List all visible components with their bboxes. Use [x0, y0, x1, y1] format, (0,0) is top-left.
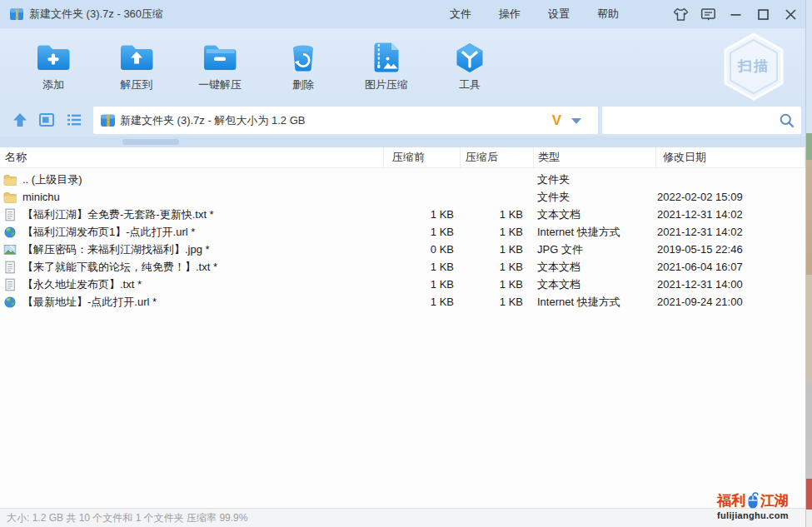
file-type: JPG 文件: [533, 241, 655, 258]
size-before: 1 KB: [383, 258, 460, 276]
size-before: 1 KB: [383, 276, 460, 293]
size-after: 1 KB: [460, 223, 533, 241]
column-header-type[interactable]: 类型: [533, 147, 655, 167]
toolbar-tools-button[interactable]: 工具: [428, 28, 511, 103]
format-badge[interactable]: V: [552, 107, 561, 134]
search-input[interactable]: [609, 107, 775, 136]
maximize-button[interactable]: [755, 6, 771, 22]
toolbar: 添加 解压到: [0, 28, 805, 103]
app-window: 新建文件夹 (3).7z - 360压缩 文件 操作 设置 帮助: [0, 0, 806, 527]
feedback-icon[interactable]: [700, 6, 716, 22]
status-bar: 大小: 1.2 GB 共 10 个文件和 1 个文件夹 压缩率 99.9%: [0, 508, 805, 527]
archive-icon: [100, 112, 116, 128]
file-row[interactable]: .. (上级目录) 文件夹: [0, 171, 805, 188]
toolbar-extract-to-button[interactable]: 解压到: [95, 28, 178, 103]
size-before: 1 KB: [383, 223, 460, 241]
size-after: 1 KB: [460, 258, 533, 276]
file-type: Internet 快捷方式: [533, 223, 655, 241]
scan-badge[interactable]: 扫描: [722, 32, 785, 102]
scan-label: 扫描: [722, 57, 785, 76]
search-box: [602, 107, 801, 134]
text-icon: [3, 278, 17, 291]
path-row: 新建文件夹 (3).7z - 解包大小为 1.2 GB V: [0, 103, 805, 137]
add-folder-icon: [34, 39, 72, 76]
background-sliver: [806, 0, 812, 527]
file-type: 文件夹: [533, 188, 655, 206]
site-watermark: 福利 江湖 fulijianghu.com: [707, 491, 799, 520]
file-list-area: 名称 压缩前 压缩后 类型 修改日期 .. (上级目录) 文件夹 minichu…: [0, 147, 805, 508]
file-row[interactable]: 【福利江湖发布页1】-点此打开.url * 1 KB 1 KB Internet…: [0, 223, 805, 241]
list-view-icon[interactable]: [66, 112, 82, 128]
toolbar-delete-button[interactable]: 删除: [262, 28, 345, 103]
file-name: 【来了就能下载的论坛，纯免费！】.txt *: [22, 258, 217, 276]
text-icon: [3, 261, 17, 274]
folder-icon: [3, 173, 17, 186]
image-compress-icon: [367, 39, 406, 76]
search-icon[interactable]: [779, 112, 795, 128]
column-header-date[interactable]: 修改日期: [655, 147, 805, 167]
folder-icon: [3, 191, 17, 204]
menu-operations[interactable]: 操作: [499, 7, 521, 22]
column-header-size-after[interactable]: 压缩后: [460, 147, 533, 167]
theme-skin-icon[interactable]: [672, 6, 689, 22]
file-type: 文本文档: [533, 258, 655, 276]
column-header-size-before[interactable]: 压缩前: [383, 147, 460, 167]
text-icon: [3, 208, 17, 221]
up-level-icon[interactable]: [12, 112, 28, 128]
watermark-text-right: 江湖: [760, 491, 789, 510]
list-header: 名称 压缩前 压缩后 类型 修改日期: [0, 147, 805, 168]
file-row[interactable]: 【永久地址发布页】.txt * 1 KB 1 KB 文本文档 2021-12-3…: [0, 276, 805, 293]
close-button[interactable]: [782, 6, 799, 22]
size-after: [460, 171, 533, 188]
menu-help[interactable]: 帮助: [597, 7, 619, 22]
file-date: 2021-09-24 21:00: [655, 293, 805, 311]
file-name: 【永久地址发布页】.txt *: [22, 276, 142, 293]
menu-file[interactable]: 文件: [450, 7, 471, 22]
image-icon: [3, 243, 17, 256]
size-before: 1 KB: [383, 293, 460, 311]
archive-path-text: 新建文件夹 (3).7z - 解包大小为 1.2 GB: [120, 107, 305, 134]
file-row[interactable]: 【解压密码：来福利江湖找福利】.jpg * 0 KB 1 KB JPG 文件 2…: [0, 241, 805, 258]
file-date: [655, 171, 805, 188]
tools-cube-icon: [451, 39, 489, 76]
size-after: 1 KB: [460, 293, 533, 311]
extract-folder-icon: [117, 39, 156, 76]
file-date: 2019-05-15 22:46: [655, 241, 805, 258]
file-name: 【福利江湖】全免费-无套路-更新快.txt *: [22, 206, 214, 223]
watermark-domain: fulijianghu.com: [707, 510, 799, 520]
scrollbar-thumb[interactable]: [122, 139, 179, 145]
size-after: [460, 188, 533, 206]
mouse-icon: [746, 492, 760, 510]
size-after: 1 KB: [460, 276, 533, 293]
file-date: 2021-12-31 14:02: [655, 206, 805, 223]
file-type: 文本文档: [533, 276, 655, 293]
trash-icon: [284, 39, 322, 76]
menu-settings[interactable]: 设置: [548, 7, 570, 22]
thumbnail-view-icon[interactable]: [38, 112, 55, 128]
status-text: 大小: 1.2 GB 共 10 个文件和 1 个文件夹 压缩率 99.9%: [7, 509, 247, 527]
size-before: [383, 188, 460, 206]
menubar: 文件 操作 设置 帮助: [450, 0, 619, 28]
chevron-down-icon[interactable]: [571, 118, 581, 124]
file-row[interactable]: 【最新地址】-点此打开.url * 1 KB 1 KB Internet 快捷方…: [0, 293, 805, 311]
file-name: 【福利江湖发布页1】-点此打开.url *: [22, 223, 195, 241]
file-name: minichu: [22, 188, 60, 206]
file-row[interactable]: 【来了就能下载的论坛，纯免费！】.txt * 1 KB 1 KB 文本文档 20…: [0, 258, 805, 276]
file-name: 【解压密码：来福利江湖找福利】.jpg *: [22, 241, 210, 258]
window-title: 新建文件夹 (3).7z - 360压缩: [29, 0, 163, 28]
file-date: 2021-06-04 16:07: [655, 258, 805, 276]
file-row[interactable]: 【福利江湖】全免费-无套路-更新快.txt * 1 KB 1 KB 文本文档 2…: [0, 206, 805, 223]
url-icon: [3, 296, 17, 309]
minimize-button[interactable]: [727, 6, 744, 22]
file-row[interactable]: minichu 文件夹 2022-02-02 15:09: [0, 188, 805, 206]
toolbar-add-button[interactable]: 添加: [12, 28, 95, 103]
file-type: 文本文档: [533, 206, 655, 223]
toolbar-image-compress-button[interactable]: 图片压缩: [345, 28, 428, 103]
column-header-name[interactable]: 名称: [0, 147, 383, 167]
address-bar[interactable]: 新建文件夹 (3).7z - 解包大小为 1.2 GB V: [93, 107, 598, 134]
archive-app-icon: [9, 7, 24, 22]
file-name: .. (上级目录): [22, 171, 82, 188]
watermark-text-left: 福利: [717, 491, 745, 510]
toolbar-one-key-extract-button[interactable]: 一键解压: [178, 28, 262, 103]
size-before: 0 KB: [383, 241, 460, 258]
